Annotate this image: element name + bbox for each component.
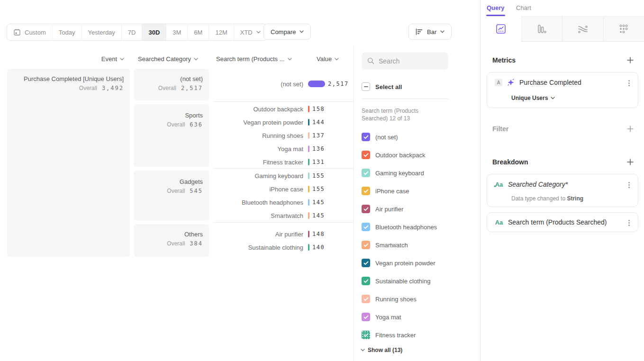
header-label: Value <box>317 55 332 63</box>
term-checkbox-item[interactable]: Smartwatch <box>362 240 408 250</box>
metric-card[interactable]: A Purchase Completed Unique Users <box>487 72 638 108</box>
column-header-value[interactable]: Value <box>317 55 339 63</box>
term-checkbox-item[interactable]: (not set) <box>362 132 398 142</box>
checkbox-checked-icon[interactable] <box>362 187 370 195</box>
search-input[interactable]: Search <box>362 52 448 70</box>
term-bar[interactable] <box>308 244 309 251</box>
overall-label: Overall <box>158 85 176 91</box>
term-bar[interactable] <box>308 106 309 112</box>
breakdown-property-name: Searched Category* <box>508 180 568 188</box>
checkbox-checked-icon[interactable] <box>362 151 370 159</box>
breakdown-card-searched-category[interactable]: Aa* Searched Category* Data type changed… <box>487 174 638 207</box>
checkbox-checked-icon[interactable] <box>362 241 370 249</box>
checkbox-label: Yoga mat <box>375 314 401 321</box>
tab-retention[interactable] <box>603 16 644 42</box>
term-bar[interactable] <box>308 119 309 126</box>
term-row: Air purifier 148 <box>213 227 354 241</box>
tab-insights-selected[interactable] <box>481 16 522 42</box>
metric-options-kebab-icon[interactable] <box>626 79 631 87</box>
funnel-bars-icon <box>536 24 547 34</box>
term-checkbox-item[interactable]: Running shoes <box>362 294 417 304</box>
term-bar[interactable] <box>308 159 309 165</box>
column-header-event[interactable]: Event <box>101 55 124 63</box>
tab-flows[interactable] <box>562 16 603 42</box>
term-label: Vegan protein powder <box>213 119 303 126</box>
add-filter-button[interactable] <box>626 125 634 133</box>
term-label: (not set) <box>213 81 303 88</box>
term-checkbox-item[interactable]: Sustainable clothing <box>362 276 430 286</box>
term-checkbox-item[interactable]: Outdoor backpack <box>362 150 426 160</box>
show-all-button[interactable]: Show all (13) <box>361 347 402 353</box>
select-all-row[interactable]: Select all <box>362 82 402 91</box>
chevron-down-icon <box>120 58 124 61</box>
header-label: Search term (Products ... <box>216 55 285 63</box>
date-range-today[interactable]: Today <box>52 24 82 40</box>
checkbox-checked-icon[interactable] <box>362 223 370 231</box>
date-range-6m[interactable]: 6M <box>187 24 209 40</box>
compare-button[interactable]: Compare <box>263 24 311 40</box>
date-range-xtd[interactable]: XTD <box>234 24 267 40</box>
breakdown-options-kebab-icon[interactable] <box>626 219 631 226</box>
date-range-7d[interactable]: 7D <box>121 24 142 40</box>
term-bar[interactable] <box>308 81 325 87</box>
category-name: Sports <box>140 111 203 120</box>
add-metric-button[interactable] <box>626 56 634 64</box>
term-bar[interactable] <box>308 199 309 206</box>
date-range-30d-active[interactable]: 30D <box>142 24 166 40</box>
column-header-category[interactable]: Searched Category <box>138 55 198 63</box>
date-range-custom[interactable]: Custom <box>7 24 52 40</box>
checkbox-checked-icon[interactable] <box>362 331 370 339</box>
checkbox-checked-icon[interactable] <box>362 133 370 141</box>
chart-type-dropdown[interactable]: Bar <box>408 24 452 40</box>
overall-label: Overall <box>79 85 97 91</box>
term-bar[interactable] <box>308 132 309 139</box>
term-row: Sustainable clothing 140 <box>213 241 354 254</box>
term-row: Outdoor backpack 158 <box>213 102 354 116</box>
term-bar[interactable] <box>308 145 309 152</box>
tab-query[interactable]: Query <box>487 4 505 11</box>
chevron-down-icon <box>256 31 261 34</box>
term-bar[interactable] <box>308 186 309 192</box>
header-label: Searched Category <box>138 55 191 63</box>
breakdown-note: Data type changed to String <box>511 195 583 202</box>
term-value: 155 <box>312 186 325 192</box>
range-label: Yesterday <box>88 29 115 36</box>
checkbox-checked-icon[interactable] <box>362 205 370 213</box>
term-checkbox-item[interactable]: Fitness tracker <box>362 330 416 340</box>
overall-value: 384 <box>190 240 203 247</box>
term-checkbox-item[interactable]: iPhone case <box>362 186 409 196</box>
event-card-title: Purchase Completed [Unique Users] <box>13 75 124 83</box>
checkbox-label: Vegan protein powder <box>375 260 435 267</box>
checkbox-checked-icon[interactable] <box>362 277 370 285</box>
checkbox-checked-icon[interactable] <box>362 313 370 321</box>
checkbox-checked-icon[interactable] <box>362 259 370 267</box>
overall-label: Overall <box>167 188 185 194</box>
term-checkbox-item[interactable]: Gaming keyboard <box>362 168 424 178</box>
term-bar[interactable] <box>308 172 309 179</box>
term-value: 144 <box>312 119 325 126</box>
term-checkbox-item[interactable]: Air purifier <box>362 204 403 214</box>
column-header-term[interactable]: Search term (Products ... <box>216 55 292 63</box>
range-label: XTD <box>240 29 253 36</box>
checkbox-checked-icon[interactable] <box>362 295 370 303</box>
checkbox-checked-icon[interactable] <box>362 169 370 177</box>
term-bar[interactable] <box>308 212 309 219</box>
checkbox-label: Fitness tracker <box>375 332 416 339</box>
date-range-yesterday[interactable]: Yesterday <box>82 24 121 40</box>
tab-chart[interactable]: Chart <box>516 4 531 11</box>
term-bar[interactable] <box>308 231 309 237</box>
term-checkbox-item[interactable]: Vegan protein powder <box>362 258 435 268</box>
term-checkbox-item[interactable]: Yoga mat <box>362 312 401 322</box>
breakdown-card-row: Aa* Searched Category* <box>495 180 568 188</box>
breakdown-options-kebab-icon[interactable] <box>626 181 631 189</box>
breakdown-card-search-term[interactable]: Aa Search term (Products Searched) <box>487 212 638 232</box>
term-checkbox-item[interactable]: Bluetooth headphones <box>362 222 437 232</box>
category-name: (not set) <box>140 75 203 83</box>
checkbox-label: (not set) <box>375 134 398 141</box>
date-range-3m[interactable]: 3M <box>166 24 187 40</box>
aggregation-dropdown[interactable]: Unique Users <box>511 95 555 101</box>
indeterminate-checkbox-icon[interactable] <box>362 82 370 91</box>
add-breakdown-button[interactable] <box>626 158 634 166</box>
tab-funnels[interactable] <box>522 16 562 42</box>
date-range-12m[interactable]: 12M <box>209 24 233 40</box>
